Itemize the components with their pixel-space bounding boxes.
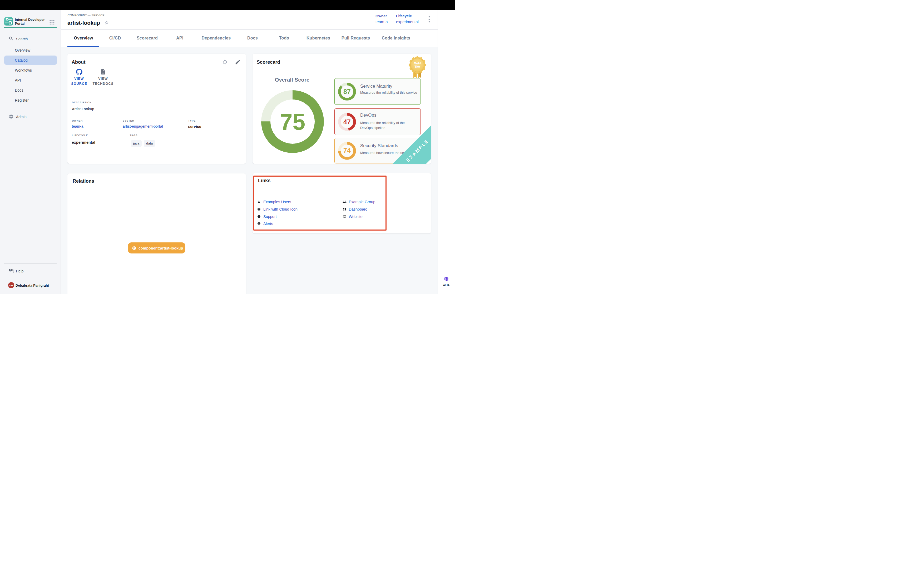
svg-text:75: 75 (280, 109, 305, 134)
svg-text:Gold: Gold (414, 61, 420, 65)
svg-text:Tier: Tier (414, 65, 420, 68)
svg-text:87: 87 (343, 88, 351, 95)
svg-text:?: ? (10, 269, 11, 271)
svg-text:74: 74 (343, 147, 351, 154)
svg-text:47: 47 (343, 118, 351, 126)
